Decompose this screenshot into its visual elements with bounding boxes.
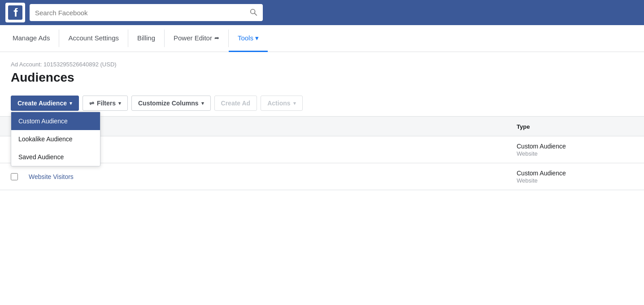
create-audience-dropdown-container: Create Audience ▾ Custom Audience Lookal… <box>11 96 79 111</box>
page-title: Audiences <box>11 70 633 85</box>
create-audience-chevron-icon: ▾ <box>70 100 72 106</box>
customize-columns-button[interactable]: Customize Columns ▾ <box>131 96 211 111</box>
dropdown-item-saved-audience[interactable]: Saved Audience <box>11 148 100 166</box>
header-type-col: Type <box>517 123 633 130</box>
topbar <box>0 0 644 25</box>
create-audience-button[interactable]: Create Audience ▾ <box>11 96 79 111</box>
row1-type-cell: Custom Audience Website <box>517 143 633 157</box>
main-nav: Manage Ads Account Settings Billing Powe… <box>0 25 644 52</box>
dropdown-item-custom-audience[interactable]: Custom Audience <box>11 112 100 130</box>
dropdown-item-lookalike-audience[interactable]: Lookalike Audience <box>11 130 100 148</box>
search-input[interactable] <box>35 9 246 17</box>
nav-tab-tools[interactable]: Tools ▾ <box>229 25 268 52</box>
search-icon <box>249 8 257 17</box>
tools-dropdown-icon: ▾ <box>255 34 259 42</box>
nav-tab-manage-ads[interactable]: Manage Ads <box>4 25 59 52</box>
filters-icon: ⇌ <box>89 100 94 107</box>
nav-tab-account-settings[interactable]: Account Settings <box>59 25 128 52</box>
external-link-icon: ➦ <box>214 35 219 41</box>
row2-checkbox-cell <box>11 173 29 180</box>
search-box[interactable] <box>30 4 263 21</box>
nav-tab-billing[interactable]: Billing <box>128 25 164 52</box>
table-row: Website Visitors Custom Audience Website <box>0 163 644 190</box>
ad-account-label: Ad Account: 10153295526640892 (USD) <box>11 61 633 68</box>
toolbar: Create Audience ▾ Custom Audience Lookal… <box>0 90 644 116</box>
actions-button[interactable]: Actions ▾ <box>261 96 302 111</box>
row2-type-cell: Custom Audience Website <box>517 170 633 184</box>
facebook-logo[interactable] <box>5 3 25 22</box>
create-audience-menu: Custom Audience Lookalike Audience Saved… <box>11 112 100 166</box>
page-header: Ad Account: 10153295526640892 (USD) Audi… <box>0 52 644 90</box>
row2-name-cell: Website Visitors <box>29 173 517 180</box>
row1-name-cell: ateswedding.com <box>29 146 517 153</box>
row2-checkbox[interactable] <box>11 173 18 180</box>
header-name-col: Name <box>29 123 517 130</box>
create-ad-button[interactable]: Create Ad <box>214 96 257 111</box>
filters-button[interactable]: ⇌ Filters ▾ <box>83 96 128 111</box>
svg-line-2 <box>254 13 257 15</box>
actions-chevron-icon: ▾ <box>293 100 296 106</box>
nav-tab-power-editor[interactable]: Power Editor ➦ <box>165 25 228 52</box>
filters-chevron-icon: ▾ <box>118 100 121 106</box>
customize-columns-chevron-icon: ▾ <box>201 100 204 106</box>
row2-audience-link[interactable]: Website Visitors <box>29 173 74 180</box>
